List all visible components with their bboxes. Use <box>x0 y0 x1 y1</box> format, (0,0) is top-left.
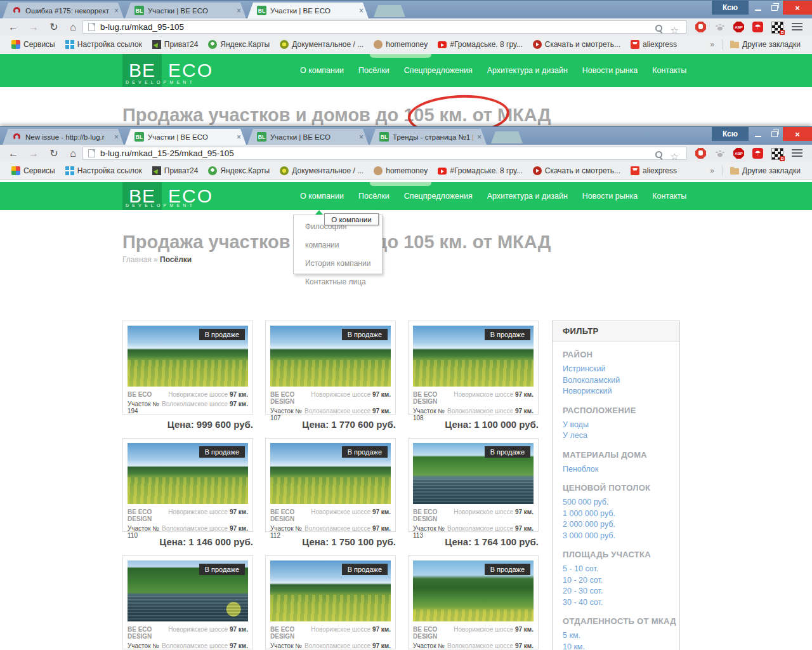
be-eco-logo[interactable]: BE ECO DEVELOPMENT <box>122 54 225 87</box>
address-bar[interactable]: b-lug.ru/mkad_15-25/mkad_95-105 ☆ <box>82 147 687 160</box>
back-icon[interactable]: ← <box>5 145 22 162</box>
filter-link-price-1m[interactable]: 1 000 000 руб. <box>563 508 679 520</box>
home-icon[interactable]: ⌂ <box>65 18 81 36</box>
listing-card[interactable]: В продаже BE ECO DESIGN Новорижское шосс… <box>265 555 396 649</box>
close-button[interactable]: × <box>783 1 812 15</box>
adblock-plus-icon[interactable]: ABP <box>733 148 744 159</box>
address-bar[interactable]: b-lug.ru/mkad_95-105 ☆ <box>82 20 687 34</box>
tab-close-icon[interactable]: × <box>237 6 241 15</box>
filter-link-price-3m[interactable]: 3 000 000 руб. <box>563 531 679 542</box>
tab-uchastki-2-active[interactable]: BL Участки | BE ECO × <box>247 3 369 18</box>
back-icon[interactable]: ← <box>5 18 22 36</box>
bookmark-download-watch[interactable]: Скачать и смотреть... <box>528 165 625 176</box>
nav-architecture[interactable]: Архитектура и дизайн <box>487 66 568 75</box>
close-button[interactable]: × <box>783 127 812 141</box>
bookmark-documentary[interactable]: Документальное / ... <box>275 165 369 176</box>
bookmarks-overflow-chevron[interactable]: » <box>705 166 719 175</box>
checkered-extension-icon[interactable] <box>771 22 783 34</box>
listing-card[interactable]: В продаже BE ECO DESIGN Новорижское шосс… <box>408 555 539 649</box>
filter-link-by-water[interactable]: У воды <box>563 420 679 431</box>
menu-item-history[interactable]: История компании <box>305 255 382 273</box>
tab-close-icon[interactable]: × <box>477 133 481 142</box>
tab-uchastki-2[interactable]: BL Участки | BE ECO × <box>247 129 369 145</box>
filter-link-10km[interactable]: 10 км. <box>563 642 679 650</box>
url-text[interactable]: b-lug.ru/mkad_95-105 <box>100 22 184 32</box>
other-bookmarks-folder[interactable]: Другие закладки <box>725 39 806 50</box>
search-icon[interactable] <box>655 25 662 32</box>
tab-close-icon[interactable]: × <box>359 6 363 15</box>
bookmark-privat24[interactable]: Приват24 <box>147 39 204 50</box>
breadcrumb-home[interactable]: Главная <box>122 255 152 264</box>
bookmark-aliexpress[interactable]: aliexpress <box>625 165 682 176</box>
nav-market-news[interactable]: Новости рынка <box>582 192 638 201</box>
listing-card[interactable]: В продаже BE ECO DESIGN Новорижское шосс… <box>265 438 396 532</box>
filter-link-price-500k[interactable]: 500 000 руб. <box>563 497 679 508</box>
reload-icon[interactable]: ↻ <box>46 145 62 162</box>
search-icon[interactable] <box>655 151 662 158</box>
bookmark-yandex-maps[interactable]: Яндекс.Карты <box>203 39 275 50</box>
filter-link-novorizhsky[interactable]: Новорижский <box>563 386 679 397</box>
listing-card[interactable]: В продаже BE ECO DESIGN Новорижское шосс… <box>265 321 396 415</box>
tab-error-175[interactable]: Ошибка #175: некоррект × <box>3 3 124 18</box>
url-text[interactable]: b-lug.ru/mkad_15-25/mkad_95-105 <box>100 149 234 158</box>
tab-uchastki-active[interactable]: BL Участки | BE ECO × <box>125 129 246 145</box>
forward-icon[interactable]: → <box>25 145 42 162</box>
menu-icon[interactable] <box>792 23 802 30</box>
filter-link-5km[interactable]: 5 км. <box>563 630 679 642</box>
filter-link-by-forest[interactable]: У леса <box>563 430 679 442</box>
home-icon[interactable]: ⌂ <box>65 145 81 162</box>
minimize-button[interactable] <box>750 127 766 141</box>
bookmarks-overflow-chevron[interactable]: » <box>705 40 719 49</box>
avira-extension-icon[interactable]: ☂ <box>752 148 763 159</box>
filter-link-area-20-30[interactable]: 20 - 30 сот. <box>563 586 679 597</box>
new-tab-button[interactable] <box>374 5 405 17</box>
listing-card[interactable]: В продаже BE ECO DESIGN Новорижское шосс… <box>122 438 253 532</box>
nav-settlements[interactable]: Посёлки <box>358 192 390 201</box>
bookmark-hromadske[interactable]: #Громадське. 8 гру... <box>433 165 527 176</box>
filter-link-area-10-20[interactable]: 10 - 20 сот. <box>563 575 679 587</box>
tab-close-icon[interactable]: × <box>237 133 241 142</box>
filter-link-penoblok[interactable]: Пеноблок <box>563 464 679 475</box>
filter-link-area-5-10[interactable]: 5 - 10 сот. <box>563 564 679 575</box>
filter-link-price-2m[interactable]: 2 000 000 руб. <box>563 519 679 531</box>
adblock-plus-icon[interactable]: ABP <box>733 22 744 32</box>
tab-uchastki-1[interactable]: BL Участки | BE ECO × <box>125 3 246 18</box>
reload-icon[interactable]: ↻ <box>46 18 62 36</box>
paw-extension-icon[interactable] <box>714 148 725 159</box>
bookmark-link-settings[interactable]: Настройка ссылок <box>60 165 147 176</box>
nav-about[interactable]: О компании <box>300 192 344 201</box>
menu-icon[interactable] <box>792 149 802 157</box>
nav-contacts[interactable]: Контакты <box>652 66 686 75</box>
listing-card[interactable]: В продаже BE ECO Новорижское шоссе 97 км… <box>122 321 253 415</box>
adguard-extension-icon[interactable] <box>695 148 706 159</box>
bookmark-hromadske[interactable]: #Громадське. 8 гру... <box>433 39 527 50</box>
paw-extension-icon[interactable] <box>714 22 725 32</box>
tab-new-issue[interactable]: New issue - http://b-lug.r × <box>3 129 124 145</box>
other-bookmarks-folder[interactable]: Другие закладки <box>725 165 806 176</box>
menu-item-contact-persons[interactable]: Контактные лица <box>305 273 382 291</box>
bookmark-privat24[interactable]: Приват24 <box>147 165 204 176</box>
nav-architecture[interactable]: Архитектура и дизайн <box>487 192 568 201</box>
new-tab-button[interactable] <box>491 131 523 143</box>
avira-extension-icon[interactable]: ☂ <box>752 22 763 32</box>
listing-card[interactable]: В продаже BE ECO DESIGN Новорижское шосс… <box>408 321 539 415</box>
listing-card[interactable]: В продаже BE ECO DESIGN Новорижское шосс… <box>122 555 253 649</box>
bookmark-services[interactable]: Сервисы <box>6 165 60 176</box>
bookmark-yandex-maps[interactable]: Яндекс.Карты <box>203 165 275 176</box>
bookmark-documentary[interactable]: Документальное / ... <box>275 39 369 50</box>
tab-trends[interactable]: BL Тренды - страница №1 | × <box>370 129 487 145</box>
bookmark-homemoney[interactable]: homemoney <box>369 39 433 50</box>
checkered-extension-icon[interactable] <box>771 148 783 160</box>
nav-contacts[interactable]: Контакты <box>652 192 686 201</box>
bookmark-link-settings[interactable]: Настройка ссылок <box>60 39 147 50</box>
adguard-extension-icon[interactable] <box>695 22 706 32</box>
tab-close-icon[interactable]: × <box>114 133 119 142</box>
be-eco-logo[interactable]: BE ECO DEVELOPMENT <box>122 182 225 210</box>
minimize-button[interactable] <box>750 1 766 15</box>
nav-market-news[interactable]: Новости рынка <box>582 66 638 75</box>
forward-icon[interactable]: → <box>25 18 42 36</box>
nav-settlements[interactable]: Посёлки <box>358 66 390 75</box>
bookmark-homemoney[interactable]: homemoney <box>369 165 433 176</box>
nav-special-offers[interactable]: Спецпредложения <box>404 192 473 201</box>
profile-button[interactable]: Ксю <box>712 1 749 15</box>
